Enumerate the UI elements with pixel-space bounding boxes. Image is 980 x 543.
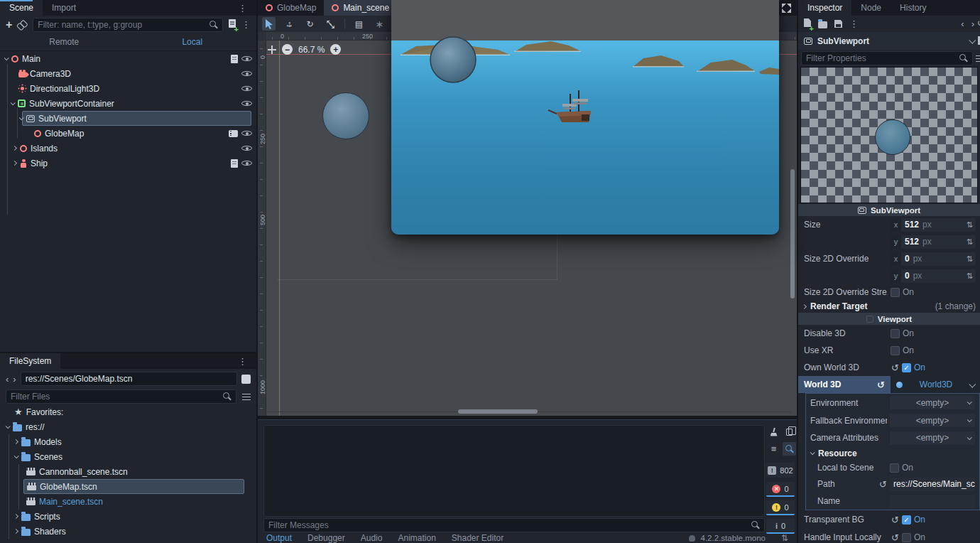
resource-group[interactable]: Resource: [806, 446, 979, 460]
stepper-icon[interactable]: ⇅: [967, 220, 973, 230]
history-forward-button[interactable]: ›: [971, 19, 974, 28]
horizontal-scrollbar[interactable]: [458, 409, 538, 414]
filesystem-menu-button[interactable]: ⋮: [229, 353, 256, 369]
zoom-in-button[interactable]: +: [330, 44, 341, 55]
sort-files-button[interactable]: [242, 393, 251, 401]
clear-output-button[interactable]: [767, 425, 780, 439]
tab-node[interactable]: Node: [851, 0, 891, 16]
chevron-right-icon[interactable]: [12, 146, 17, 151]
stepper-icon[interactable]: ⇅: [967, 237, 973, 247]
bottom-tab-output[interactable]: Output: [266, 533, 292, 543]
tree-row-camera3d[interactable]: Camera3D: [0, 66, 256, 81]
select-tool-button[interactable]: [262, 17, 276, 31]
new-resource-button[interactable]: [804, 18, 811, 29]
tab-history[interactable]: History: [891, 0, 935, 16]
tree-row-models[interactable]: Models: [0, 434, 256, 449]
size2d-y-spinner[interactable]: y0px⇅: [891, 269, 976, 283]
tree-row-res[interactable]: res://: [0, 419, 256, 434]
script-icon[interactable]: [231, 159, 238, 168]
tree-row-globemap[interactable]: GlobeMap: [0, 126, 256, 141]
scene-tree-menu-button[interactable]: ⋮: [241, 20, 251, 29]
local-button[interactable]: Local: [129, 33, 257, 50]
visibility-eye-icon[interactable]: [241, 69, 252, 78]
visibility-eye-icon[interactable]: [241, 84, 252, 93]
distraction-free-icon[interactable]: [782, 4, 791, 13]
edited-object-selector[interactable]: SubViewport: [798, 32, 980, 50]
section-header-subviewport[interactable]: SubViewport: [798, 204, 980, 216]
size-x-spinner[interactable]: x512px⇅: [891, 218, 976, 232]
search-output-button[interactable]: [783, 442, 796, 456]
nav-back-button[interactable]: ‹: [6, 375, 9, 384]
tree-row-shaders[interactable]: Shaders: [0, 524, 256, 539]
chevron-right-icon[interactable]: [13, 514, 18, 519]
tree-row-ship[interactable]: Ship: [0, 156, 256, 171]
revert-icon[interactable]: ↺: [879, 480, 887, 489]
tree-row-main[interactable]: Main: [0, 51, 256, 66]
visibility-eye-icon[interactable]: [241, 144, 252, 153]
history-icon[interactable]: ↺: [977, 18, 980, 28]
tree-row-cannonball[interactable]: Cannonball_scene.tscn: [0, 464, 256, 479]
save-resource-button[interactable]: [834, 20, 842, 28]
size-y-spinner[interactable]: y512px⇅: [891, 235, 976, 249]
add-node-button[interactable]: +: [6, 19, 12, 31]
running-game-window[interactable]: [391, 0, 779, 235]
checkbox-unchecked[interactable]: ✓: [891, 329, 900, 338]
bottom-tab-audio[interactable]: Audio: [361, 533, 383, 543]
checkbox-checked[interactable]: ✓: [902, 515, 911, 525]
list-select-button[interactable]: ▤: [352, 17, 366, 31]
collapse-messages-button[interactable]: ≡: [767, 442, 780, 456]
tab-import[interactable]: Import: [43, 0, 85, 16]
size2d-x-spinner[interactable]: x0px⇅: [891, 252, 976, 266]
fallback-environment-dropdown[interactable]: <empty>: [890, 414, 975, 427]
zoom-level-label[interactable]: 66.7 %: [298, 45, 325, 55]
property-world-3d[interactable]: World 3D ↺ World3D: [798, 376, 980, 393]
chevron-right-icon[interactable]: [13, 529, 18, 534]
camera-attributes-dropdown[interactable]: <empty>: [890, 431, 975, 445]
checkbox-checked[interactable]: ✓: [902, 363, 911, 372]
copy-output-button[interactable]: [783, 425, 796, 439]
section-header-viewport[interactable]: Viewport: [798, 313, 980, 325]
scene-filter-input[interactable]: [38, 20, 205, 30]
environment-dropdown[interactable]: <empty>: [890, 396, 975, 409]
scale-tool-button[interactable]: ↖↘: [324, 17, 337, 31]
script-icon[interactable]: [231, 55, 238, 63]
bottom-tab-shader-editor[interactable]: Shader Editor: [452, 533, 503, 543]
chevron-down-icon[interactable]: [11, 100, 16, 105]
tree-row-globemap-file[interactable]: GlobeMap.tscn: [0, 479, 256, 494]
property-filter-input[interactable]: [806, 53, 955, 63]
scene-dock-menu-button[interactable]: ⋮: [229, 0, 256, 16]
rotate-tool-button[interactable]: ↻: [303, 17, 317, 31]
chevron-down-icon[interactable]: [14, 453, 19, 458]
globemap-sphere-2d[interactable]: [322, 92, 369, 139]
visibility-eye-icon[interactable]: [241, 99, 252, 108]
filter-messages-input[interactable]: [268, 520, 747, 530]
editable-children-icon[interactable]: [229, 130, 238, 137]
tree-row-scenes[interactable]: Scenes: [0, 449, 256, 464]
instance-scene-button[interactable]: [18, 20, 27, 29]
tree-row-mainscene-file[interactable]: Main_scene.tscn: [0, 494, 256, 509]
chevron-down-icon[interactable]: [4, 55, 9, 60]
chevron-right-icon[interactable]: [13, 439, 18, 444]
visibility-eye-icon[interactable]: [241, 158, 252, 168]
warning-count-badge[interactable]: ! 0: [766, 500, 795, 515]
zoom-out-button[interactable]: −: [282, 44, 293, 55]
move-tool-button[interactable]: ↔↕: [283, 17, 296, 31]
tree-row-directionallight3d[interactable]: DirectionalLight3D: [0, 81, 256, 96]
tree-row-islands[interactable]: Islands: [0, 141, 256, 156]
error-count-badge[interactable]: ✕ 0: [766, 482, 795, 497]
checkbox-unchecked[interactable]: ✓: [891, 288, 900, 297]
tree-row-subviewportcontainer[interactable]: SubViewportContainer: [0, 96, 256, 111]
path-field[interactable]: res://Scenes/Main_sc: [890, 478, 975, 491]
attach-script-button[interactable]: [229, 19, 236, 30]
checkbox-unchecked[interactable]: ✓: [890, 463, 899, 473]
revert-icon[interactable]: ↺: [891, 533, 899, 542]
load-resource-button[interactable]: [818, 21, 827, 28]
history-back-button[interactable]: ‹: [961, 19, 964, 28]
tree-row-favorites[interactable]: ★ Favorites:: [0, 404, 256, 419]
current-path-input[interactable]: [26, 374, 232, 384]
stepper-icon[interactable]: ⇅: [967, 254, 973, 264]
remote-button[interactable]: Remote: [0, 33, 129, 50]
chevron-right-icon[interactable]: [12, 161, 17, 166]
split-mode-button[interactable]: [241, 375, 251, 384]
revert-icon[interactable]: ↺: [877, 380, 885, 389]
